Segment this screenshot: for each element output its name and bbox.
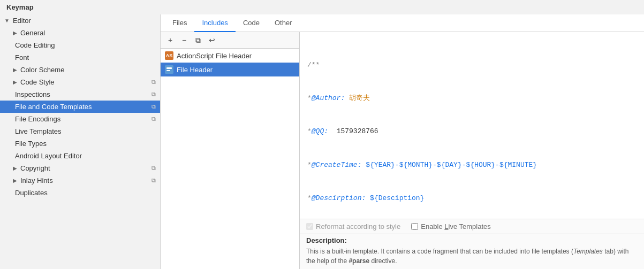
copyright-copy-icon: ⧉ bbox=[151, 165, 156, 172]
live-templates-label: Enable Live Templates bbox=[421, 222, 491, 230]
sidebar-item-file-types[interactable]: File Types bbox=[0, 137, 160, 150]
description-text-part1: This is a built-in template. It contains… bbox=[306, 248, 573, 255]
template-items-list: AS ActionScript File Header File Header bbox=[161, 49, 299, 269]
copyright-arrow-icon: ▶ bbox=[13, 165, 17, 171]
description-section: Description: This is a built-in template… bbox=[300, 234, 644, 269]
remove-template-button[interactable]: − bbox=[178, 34, 191, 46]
code-style-copy-icon: ⧉ bbox=[151, 79, 156, 86]
inspections-copy-icon: ⧉ bbox=[151, 91, 156, 98]
template-item-label: ActionScript File Header bbox=[177, 52, 252, 60]
description-label: Description: bbox=[306, 236, 638, 244]
tab-code[interactable]: Code bbox=[236, 14, 267, 32]
code-line-4: *@CreateTime: ${YEAR}-${MONTH}-${DAY}-${… bbox=[307, 160, 637, 171]
sidebar-item-label: File Types bbox=[15, 140, 47, 148]
sidebar-item-duplicates[interactable]: Duplicates bbox=[0, 187, 160, 199]
sidebar-item-code-editing[interactable]: Code Editing bbox=[0, 39, 160, 51]
file-header-icon bbox=[165, 65, 173, 74]
sidebar-item-label: Copyright bbox=[20, 164, 50, 172]
sidebar-item-code-style[interactable]: ▶ Code Style ⧉ bbox=[0, 76, 160, 88]
sidebar-item-label: Code Style bbox=[20, 78, 55, 86]
file-encodings-copy-icon: ⧉ bbox=[151, 116, 156, 122]
list-item[interactable]: File Header bbox=[161, 63, 299, 76]
sidebar-item-label: Color Scheme bbox=[20, 66, 64, 74]
live-underline: L bbox=[444, 222, 448, 230]
sidebar-item-file-encodings[interactable]: File Encodings ⧉ bbox=[0, 113, 160, 125]
reformat-checkbox[interactable] bbox=[306, 223, 313, 230]
tab-other[interactable]: Other bbox=[267, 14, 300, 32]
reset-template-button[interactable]: ↩ bbox=[206, 34, 218, 46]
template-panel: + − ⧉ ↩ AS ActionScript File Heade bbox=[161, 32, 644, 269]
sidebar-item-copyright[interactable]: ▶ Copyright ⧉ bbox=[0, 162, 160, 174]
sidebar-item-label: Duplicates bbox=[15, 189, 48, 197]
sidebar-item-label: File and Code Templates bbox=[15, 103, 92, 111]
sidebar-item-font[interactable]: Font bbox=[0, 51, 160, 64]
tab-includes[interactable]: Includes bbox=[194, 14, 235, 32]
sidebar-item-label: Inlay Hints bbox=[20, 176, 53, 185]
add-template-button[interactable]: + bbox=[164, 34, 177, 46]
copy-template-button[interactable]: ⧉ bbox=[192, 34, 204, 46]
svg-rect-1 bbox=[166, 70, 170, 71]
svg-rect-0 bbox=[166, 67, 172, 69]
code-line-2: *@Author: 胡奇夫 bbox=[307, 93, 637, 104]
sidebar-item-label: General bbox=[20, 29, 45, 37]
description-italic-part: Templates bbox=[573, 248, 603, 255]
sidebar-item-color-scheme[interactable]: ▶ Color Scheme bbox=[0, 64, 160, 76]
sidebar-item-inlay-hints[interactable]: ▶ Inlay Hints ⧉ bbox=[0, 174, 160, 187]
sidebar-item-general[interactable]: ▶ General bbox=[0, 27, 160, 39]
inlay-hints-copy-icon: ⧉ bbox=[151, 177, 156, 184]
sidebar-item-file-and-code-templates[interactable]: File and Code Templates ⧉ bbox=[0, 101, 160, 113]
general-arrow-icon: ▶ bbox=[13, 30, 17, 36]
sidebar-item-editor[interactable]: ▼ Editor bbox=[0, 14, 160, 27]
reformat-checkbox-item[interactable]: Reformat according to style bbox=[306, 222, 400, 230]
bottom-controls: Reformat according to style Enable Live … bbox=[300, 219, 644, 234]
reformat-label: Reformat according to style bbox=[316, 222, 400, 230]
tab-files[interactable]: Files bbox=[165, 14, 194, 32]
inlay-hints-arrow-icon: ▶ bbox=[13, 178, 17, 183]
keymap-header: Keymap bbox=[0, 0, 644, 14]
sidebar-item-label: Editor bbox=[13, 17, 31, 25]
code-content-area[interactable]: /** *@Author: 胡奇夫 *@QQ: 1579328766 *@Cre… bbox=[300, 32, 644, 219]
template-item-label: File Header bbox=[177, 66, 213, 74]
sidebar-item-android-layout-editor[interactable]: Android Layout Editor bbox=[0, 150, 160, 162]
template-toolbar: + − ⧉ ↩ bbox=[161, 32, 299, 49]
code-style-arrow-icon: ▶ bbox=[13, 79, 17, 85]
live-templates-checkbox[interactable] bbox=[411, 223, 418, 230]
template-list: + − ⧉ ↩ AS ActionScript File Heade bbox=[161, 32, 300, 269]
sidebar-item-inspections[interactable]: Inspections ⧉ bbox=[0, 88, 160, 101]
live-templates-checkbox-item[interactable]: Enable Live Templates bbox=[411, 222, 491, 230]
sidebar-item-label: Android Layout Editor bbox=[15, 152, 82, 160]
description-text: This is a built-in template. It contains… bbox=[306, 247, 638, 268]
main-layout: ▼ Editor ▶ General Code Editing Font ▶ C… bbox=[0, 14, 644, 269]
file-templates-copy-icon: ⧉ bbox=[151, 103, 156, 110]
content-area: Files Includes Code Other + − bbox=[161, 14, 644, 269]
color-scheme-arrow-icon: ▶ bbox=[13, 67, 17, 73]
sidebar-item-label: Code Editing bbox=[15, 41, 55, 49]
list-item[interactable]: AS ActionScript File Header bbox=[161, 49, 299, 63]
tabs-bar: Files Includes Code Other bbox=[161, 14, 644, 32]
actionscript-icon: AS bbox=[165, 51, 173, 60]
sidebar-item-label: Live Templates bbox=[15, 127, 61, 135]
editor-arrow-icon: ▼ bbox=[4, 18, 10, 24]
code-line-5: *@Descirption: ${Desciption} bbox=[307, 193, 637, 204]
header-title: Keymap bbox=[6, 3, 34, 11]
code-editor: /** *@Author: 胡奇夫 *@QQ: 1579328766 *@Cre… bbox=[300, 32, 644, 269]
sidebar-item-label: Inspections bbox=[15, 90, 50, 98]
sidebar: ▼ Editor ▶ General Code Editing Font ▶ C… bbox=[0, 14, 161, 269]
sidebar-item-label: Font bbox=[15, 53, 29, 62]
sidebar-item-live-templates[interactable]: Live Templates bbox=[0, 125, 160, 137]
description-text-part3: directive. bbox=[369, 257, 397, 265]
code-line-1: /** bbox=[307, 60, 637, 71]
code-line-3: *@QQ: 1579328766 bbox=[307, 126, 637, 137]
sidebar-item-label: File Encodings bbox=[15, 115, 60, 123]
description-bold-part: #parse bbox=[348, 257, 369, 265]
